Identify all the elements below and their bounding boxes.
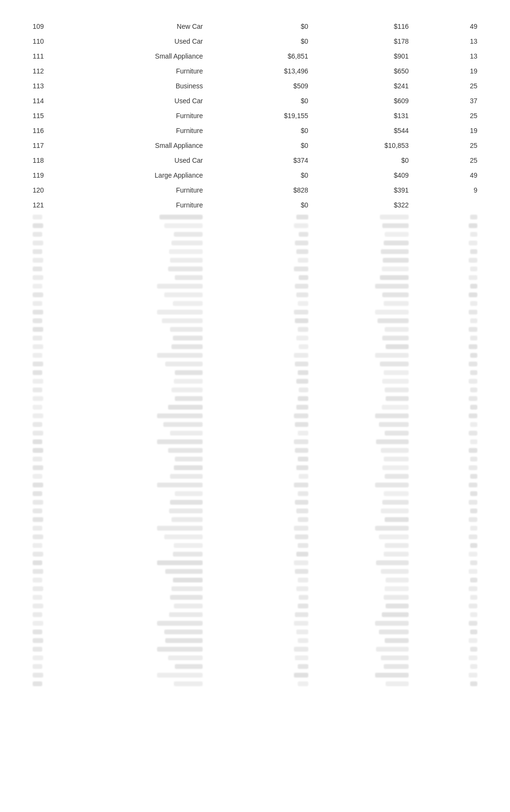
blurred-row xyxy=(29,308,481,316)
blurred-row xyxy=(29,541,481,550)
blurred-row xyxy=(29,489,481,498)
blurred-row xyxy=(29,256,481,265)
blurred-row xyxy=(29,213,481,221)
blurred-row xyxy=(29,472,481,481)
blurred-row xyxy=(29,602,481,610)
table-row: 118Used Car$374$025 xyxy=(29,153,481,168)
main-table: 109New Car$0$11649110Used Car$0$17813111… xyxy=(29,19,481,688)
blurred-row xyxy=(29,403,481,412)
blurred-row xyxy=(29,360,481,368)
blurred-row xyxy=(29,325,481,334)
blurred-row xyxy=(29,437,481,446)
blurred-row xyxy=(29,636,481,645)
blurred-row xyxy=(29,265,481,273)
blurred-row xyxy=(29,593,481,602)
blurred-row xyxy=(29,230,481,239)
blurred-row xyxy=(29,239,481,247)
blurred-row xyxy=(29,368,481,377)
table-row: 112Furniture$13,496$65019 xyxy=(29,64,481,79)
blurred-row xyxy=(29,221,481,230)
table-row: 113Business$509$24125 xyxy=(29,79,481,94)
blurred-row xyxy=(29,446,481,455)
blurred-row xyxy=(29,619,481,628)
table-row: 117Small Appliance$0$10,85325 xyxy=(29,138,481,153)
blurred-row xyxy=(29,282,481,291)
blurred-row xyxy=(29,429,481,437)
table-row: 110Used Car$0$17813 xyxy=(29,34,481,49)
blurred-row xyxy=(29,299,481,308)
blurred-row xyxy=(29,610,481,619)
blurred-row xyxy=(29,498,481,507)
blurred-row xyxy=(29,463,481,472)
blurred-row xyxy=(29,576,481,584)
table-row: 114Used Car$0$60937 xyxy=(29,94,481,109)
table-row: 119Large Appliance$0$40949 xyxy=(29,168,481,183)
blurred-row xyxy=(29,455,481,463)
table-row: 115Furniture$19,155$13125 xyxy=(29,109,481,123)
blurred-row xyxy=(29,394,481,403)
blurred-row xyxy=(29,662,481,671)
blurred-row xyxy=(29,515,481,524)
blurred-row xyxy=(29,558,481,567)
table-row: 109New Car$0$11649 xyxy=(29,19,481,34)
blurred-row xyxy=(29,550,481,558)
blurred-row xyxy=(29,386,481,394)
table-row: 121Furniture$0$322 xyxy=(29,198,481,213)
blurred-row xyxy=(29,377,481,386)
blurred-row xyxy=(29,533,481,541)
blurred-row xyxy=(29,507,481,515)
blurred-row xyxy=(29,273,481,282)
blurred-row xyxy=(29,567,481,576)
blurred-row xyxy=(29,481,481,489)
blurred-row xyxy=(29,654,481,662)
blurred-row xyxy=(29,247,481,256)
table-row: 116Furniture$0$54419 xyxy=(29,123,481,138)
blurred-row xyxy=(29,291,481,299)
blurred-row xyxy=(29,316,481,325)
table-row: 111Small Appliance$6,851$90113 xyxy=(29,49,481,64)
blurred-row xyxy=(29,671,481,679)
blurred-row xyxy=(29,334,481,342)
table-row: 120Furniture$828$3919 xyxy=(29,183,481,198)
blurred-row xyxy=(29,351,481,360)
blurred-row xyxy=(29,645,481,654)
blurred-row xyxy=(29,679,481,688)
blurred-row xyxy=(29,628,481,636)
blurred-row xyxy=(29,420,481,429)
blurred-row xyxy=(29,412,481,420)
blurred-row xyxy=(29,584,481,593)
blurred-row xyxy=(29,524,481,533)
blurred-row xyxy=(29,342,481,351)
